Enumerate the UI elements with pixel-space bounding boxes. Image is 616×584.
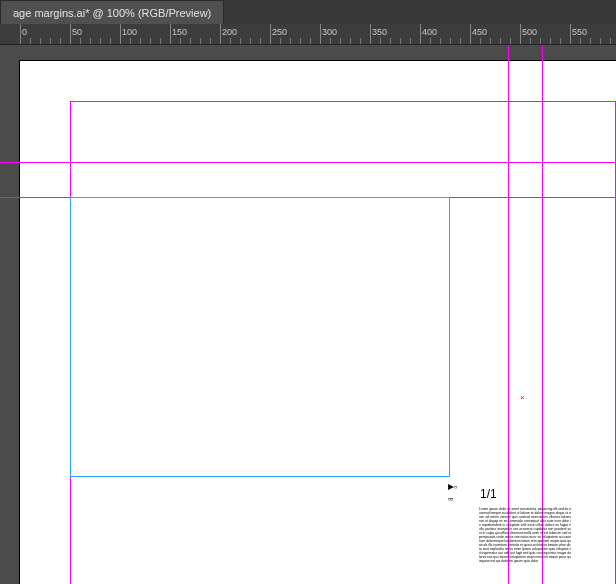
- ruler-major-tick: [170, 24, 171, 44]
- ruler-minor-tick: [440, 38, 441, 44]
- ruler-minor-tick: [250, 38, 251, 44]
- ruler-major-tick: [320, 24, 321, 44]
- ruler-major-tick: [20, 24, 21, 44]
- guide-horizontal[interactable]: [0, 162, 616, 163]
- ruler-minor-tick: [360, 38, 361, 44]
- ruler-minor-tick: [150, 38, 151, 44]
- ruler-minor-tick: [100, 38, 101, 44]
- ruler-major-tick: [120, 24, 121, 44]
- ruler-minor-tick: [590, 38, 591, 44]
- ruler-minor-tick: [580, 38, 581, 44]
- ruler-minor-tick: [50, 38, 51, 44]
- ruler-minor-tick: [280, 38, 281, 44]
- ruler-minor-tick: [410, 38, 411, 44]
- ruler-minor-tick: [190, 38, 191, 44]
- ruler-minor-tick: [390, 38, 391, 44]
- ruler-minor-tick: [380, 38, 381, 44]
- guide-vertical[interactable]: [508, 45, 509, 584]
- ruler-minor-tick: [200, 38, 201, 44]
- ruler-minor-tick: [40, 38, 41, 44]
- ruler-major-tick: [70, 24, 71, 44]
- ruler-label: 150: [172, 27, 187, 37]
- threaded-text-preview[interactable]: Lorem ipsum dolor sit amet consectetur a…: [479, 507, 571, 571]
- ruler-label: 200: [222, 27, 237, 37]
- ruler-minor-tick: [80, 38, 81, 44]
- ruler-minor-tick: [480, 38, 481, 44]
- ruler-minor-tick: [460, 38, 461, 44]
- ruler-minor-tick: [90, 38, 91, 44]
- ruler-minor-tick: [530, 38, 531, 44]
- ruler-minor-tick: [330, 38, 331, 44]
- ruler-minor-tick: [340, 38, 341, 44]
- ruler-label: 300: [322, 27, 337, 37]
- ruler-label: 350: [372, 27, 387, 37]
- ruler-major-tick: [520, 24, 521, 44]
- horizontal-ruler[interactable]: 050100150200250300350400450500550: [0, 24, 616, 45]
- guide-vertical[interactable]: [542, 45, 543, 584]
- ruler-minor-tick: [450, 38, 451, 44]
- ruler-minor-tick: [560, 38, 561, 44]
- ruler-minor-tick: [240, 38, 241, 44]
- ruler-minor-tick: [350, 38, 351, 44]
- ruler-major-tick: [420, 24, 421, 44]
- ruler-minor-tick: [110, 38, 111, 44]
- ruler-minor-tick: [540, 38, 541, 44]
- ruler-minor-tick: [500, 38, 501, 44]
- ruler-minor-tick: [610, 38, 611, 44]
- ruler-minor-tick: [490, 38, 491, 44]
- ruler-minor-tick: [550, 38, 551, 44]
- document-tab[interactable]: age margins.ai* @ 100% (RGB/Preview): [0, 0, 224, 24]
- canvas-area[interactable]: × ▸▫ ▫▫ 1/1 Lorem ipsum dolor sit amet c…: [0, 45, 616, 584]
- ruler-minor-tick: [160, 38, 161, 44]
- ruler-minor-tick: [600, 38, 601, 44]
- ruler-label: 500: [522, 27, 537, 37]
- ruler-minor-tick: [300, 38, 301, 44]
- ruler-major-tick: [570, 24, 571, 44]
- document-tab-title: age margins.ai* @ 100% (RGB/Preview): [13, 7, 211, 19]
- ruler-minor-tick: [430, 38, 431, 44]
- ruler-label: 0: [22, 27, 27, 37]
- ruler-minor-tick: [210, 38, 211, 44]
- ruler-major-tick: [220, 24, 221, 44]
- ruler-label: 400: [422, 27, 437, 37]
- thread-count-label: 1/1: [480, 487, 497, 501]
- ruler-minor-tick: [230, 38, 231, 44]
- ruler-label: 50: [72, 27, 82, 37]
- document-tabbar: age margins.ai* @ 100% (RGB/Preview): [0, 0, 616, 24]
- ruler-major-tick: [370, 24, 371, 44]
- ruler-minor-tick: [60, 38, 61, 44]
- ruler-minor-tick: [30, 38, 31, 44]
- text-frame[interactable]: [70, 197, 450, 477]
- ruler-label: 450: [472, 27, 487, 37]
- ruler-major-tick: [470, 24, 471, 44]
- ruler-minor-tick: [130, 38, 131, 44]
- ruler-minor-tick: [510, 38, 511, 44]
- anchor-point-icon: ×: [520, 393, 525, 402]
- ruler-minor-tick: [310, 38, 311, 44]
- ruler-label: 250: [272, 27, 287, 37]
- ruler-major-tick: [270, 24, 271, 44]
- ruler-minor-tick: [290, 38, 291, 44]
- ruler-label: 550: [572, 27, 587, 37]
- ruler-minor-tick: [140, 38, 141, 44]
- ruler-label: 100: [122, 27, 137, 37]
- ruler-minor-tick: [180, 38, 181, 44]
- ruler-minor-tick: [400, 38, 401, 44]
- ruler-minor-tick: [260, 38, 261, 44]
